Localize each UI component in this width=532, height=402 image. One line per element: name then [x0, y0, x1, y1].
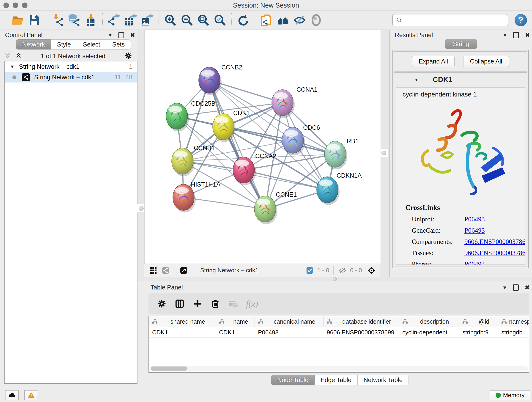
panel-float-icon[interactable]: [119, 32, 124, 38]
delete-column-icon[interactable]: [208, 296, 223, 311]
network-node-CDK1[interactable]: [213, 114, 235, 142]
collapse-all-button[interactable]: Collapse All: [463, 56, 509, 67]
crosslink-link[interactable]: 9606.ENSP00000378699: [464, 238, 525, 245]
table-row[interactable]: CDK1CDK1P064939606.ENSP00000378699cyclin…: [149, 327, 529, 338]
tab-string[interactable]: String: [445, 39, 477, 49]
crosslink-link[interactable]: 9606.ENSP00000378699: [464, 249, 525, 257]
network-node-CCNB1[interactable]: [172, 148, 195, 176]
detach-view-icon[interactable]: [179, 266, 189, 275]
import-table-file-icon[interactable]: [82, 13, 99, 28]
memory-button[interactable]: Memory: [490, 390, 530, 400]
network-node-CDC25B[interactable]: [166, 103, 189, 131]
panel-collapse-icon[interactable]: ▼: [108, 33, 113, 38]
column-header-database-identifier[interactable]: database identifier: [323, 316, 399, 327]
network-node-CCNE1[interactable]: [254, 196, 277, 224]
cloud-services-button[interactable]: [5, 390, 19, 400]
function-builder-icon[interactable]: f(x): [246, 299, 258, 309]
collapse-all-networks-icon[interactable]: [4, 52, 11, 60]
network-node-CCNA2[interactable]: [233, 157, 256, 185]
export-network-icon[interactable]: [106, 13, 122, 28]
crosslink-link[interactable]: P06493: [464, 216, 485, 223]
section-expand-icon[interactable]: ▼: [414, 77, 418, 82]
network-node-HIST1H1A[interactable]: [173, 184, 196, 212]
open-session-icon[interactable]: [10, 13, 26, 28]
import-network-file-icon[interactable]: [50, 13, 66, 28]
panel-float-icon[interactable]: [513, 284, 519, 291]
warnings-button[interactable]: [24, 390, 38, 400]
tab-edge-table[interactable]: Edge Table: [315, 375, 358, 385]
export-image-icon[interactable]: [139, 13, 155, 28]
panel-float-icon[interactable]: [513, 32, 519, 38]
table-horizontal-scrollbar[interactable]: [150, 366, 528, 371]
column-header-id[interactable]: @id: [459, 316, 498, 327]
column-header-description[interactable]: description: [399, 316, 459, 327]
help-button[interactable]: ?: [515, 14, 527, 26]
panel-close-icon[interactable]: ✖: [525, 284, 530, 290]
network-node-CCNB2[interactable]: [199, 67, 222, 95]
column-header-shared-name[interactable]: shared name: [149, 316, 216, 327]
column-header-namespace[interactable]: namespace: [498, 316, 529, 327]
tab-network-table[interactable]: Network Table: [358, 375, 409, 385]
tab-node-table[interactable]: Node Table: [271, 375, 315, 385]
network-collection-row[interactable]: ▼ String Network – cdk1 1: [5, 61, 137, 72]
network-edge-HIST1H1A-CCNE1[interactable]: [184, 197, 265, 209]
zoom-selected-icon[interactable]: [212, 13, 228, 28]
bottom-splitter-handle[interactable]: [333, 277, 337, 281]
grid-view-icon[interactable]: [148, 266, 158, 275]
show-columns-icon[interactable]: [172, 296, 187, 311]
selected-checkbox-icon[interactable]: [305, 266, 315, 275]
zoom-fit-icon[interactable]: [195, 13, 212, 28]
panel-close-icon[interactable]: ✖: [130, 32, 135, 38]
table-cell[interactable]: cyclin-dependent ...: [399, 327, 459, 337]
tab-sets[interactable]: Sets: [106, 39, 131, 50]
save-session-icon[interactable]: [26, 13, 43, 28]
table-settings-gear-icon[interactable]: [154, 296, 169, 311]
annotation-copy-icon[interactable]: [259, 13, 275, 28]
crosslink-link[interactable]: P06493: [464, 227, 485, 234]
network-overview-icon[interactable]: [161, 266, 171, 275]
expand-all-button[interactable]: Expand All: [412, 56, 455, 67]
column-header-name[interactable]: name: [216, 316, 255, 327]
panel-collapse-icon[interactable]: ▼: [502, 285, 507, 290]
network-edge-CCNA2-CDKN1A[interactable]: [244, 170, 327, 190]
search-field[interactable]: [392, 14, 508, 26]
search-input[interactable]: [405, 15, 508, 25]
network-options-gear-icon[interactable]: [124, 51, 133, 61]
zoom-out-icon[interactable]: [179, 13, 195, 28]
table-cell[interactable]: 9606.ENSP00000378699: [323, 327, 399, 337]
protein-section-header[interactable]: ▼ CDK1: [394, 73, 527, 87]
expand-all-networks-icon[interactable]: [15, 52, 22, 60]
show-selected-icon[interactable]: [308, 13, 324, 28]
network-node-CDKN1A[interactable]: [317, 177, 340, 205]
crosslink-link[interactable]: P06493: [464, 260, 485, 265]
tree-expand-icon[interactable]: ▼: [10, 64, 14, 69]
table-cell[interactable]: CDK1: [149, 327, 216, 337]
zoom-in-icon[interactable]: [162, 13, 179, 28]
bottom-splitter[interactable]: [138, 277, 532, 281]
column-header-canonical-name[interactable]: canonical name: [255, 316, 323, 327]
import-network-database-icon[interactable]: [66, 13, 82, 28]
right-splitter[interactable]: [380, 30, 389, 277]
node-table[interactable]: shared namenamecanonical namedatabase id…: [148, 316, 529, 373]
table-cell[interactable]: P06493: [255, 327, 323, 337]
network-node-RB1[interactable]: [324, 141, 347, 169]
network-row[interactable]: String Network – cdk1 11 48: [5, 72, 137, 83]
table-cell[interactable]: stringdb: [498, 327, 529, 337]
show-all-networks-icon[interactable]: [275, 13, 291, 28]
tab-network[interactable]: Network: [16, 39, 51, 50]
hidden-eye-slash-icon[interactable]: [338, 266, 347, 275]
refresh-icon[interactable]: [235, 13, 252, 28]
hide-selected-icon[interactable]: [291, 13, 308, 28]
clear-table-icon[interactable]: [226, 296, 241, 311]
tab-style[interactable]: Style: [51, 39, 77, 50]
add-column-icon[interactable]: [190, 296, 205, 311]
table-cell[interactable]: stringdb:9...: [459, 327, 498, 337]
scrollbar-thumb[interactable]: [151, 366, 187, 370]
panel-collapse-icon[interactable]: ▼: [502, 33, 507, 38]
export-table-icon[interactable]: [122, 13, 139, 28]
table-cell[interactable]: CDK1: [216, 327, 255, 337]
fit-content-crosshair-icon[interactable]: [367, 266, 376, 275]
network-edge-CCNB2-CCNE1[interactable]: [209, 80, 265, 209]
panel-close-icon[interactable]: ✖: [525, 32, 530, 38]
network-canvas[interactable]: CCNB2CCNA1CDC25BCDK1CDC6RB1CCNB1CCNA2CDK…: [144, 30, 381, 264]
